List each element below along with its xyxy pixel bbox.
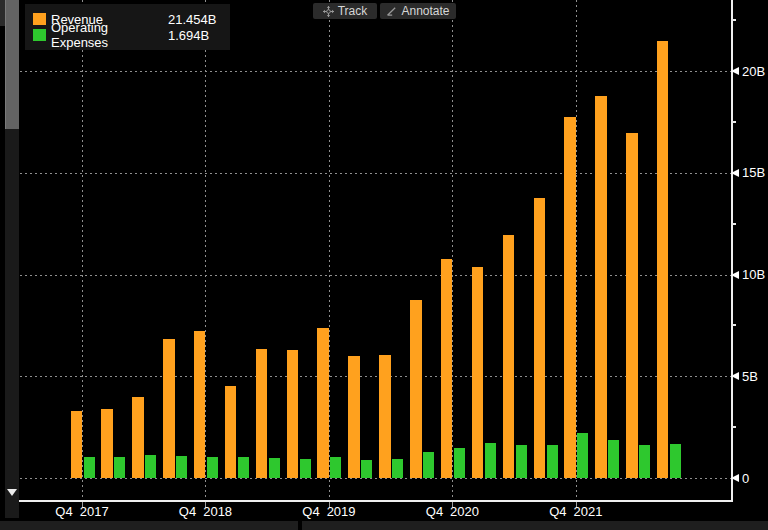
- opex-bar[interactable]: [300, 459, 311, 478]
- revenue-bar[interactable]: [194, 331, 206, 478]
- chart-legend: Revenue 21.454B Operating Expenses 1.694…: [25, 4, 230, 50]
- revenue-bar[interactable]: [503, 235, 515, 478]
- opex-bar[interactable]: [114, 457, 125, 478]
- revenue-bar[interactable]: [225, 386, 237, 478]
- bottom-panel-strip-right: [302, 521, 768, 530]
- revenue-bar[interactable]: [348, 356, 360, 478]
- opex-bar[interactable]: [176, 456, 187, 478]
- y-axis-minor-tick: [731, 121, 736, 123]
- legend-value: 21.454B: [168, 12, 216, 27]
- x-axis-label-part: Q4: [179, 504, 196, 519]
- v-gridline: [576, 0, 577, 500]
- bottom-panel-strip-left: [0, 521, 298, 530]
- y-axis-tick-arrow-icon: [731, 67, 739, 75]
- opex-bar[interactable]: [361, 460, 372, 478]
- y-axis-label: 0: [742, 471, 749, 486]
- opex-bar[interactable]: [207, 457, 218, 478]
- y-axis-tick-arrow-icon: [731, 169, 739, 177]
- opex-bar[interactable]: [330, 457, 341, 478]
- opex-bar[interactable]: [485, 443, 496, 478]
- annotate-angle-icon: [386, 6, 397, 17]
- opex-bar[interactable]: [454, 448, 465, 478]
- opex-bar[interactable]: [145, 455, 156, 478]
- revenue-bar[interactable]: [101, 409, 113, 478]
- h-gridline: [20, 275, 731, 276]
- v-gridline: [82, 0, 83, 500]
- opex-bar[interactable]: [577, 433, 588, 478]
- opex-swatch-icon: [33, 29, 46, 41]
- track-crosshair-icon: [323, 6, 334, 17]
- opex-bar[interactable]: [608, 440, 619, 478]
- revenue-bar[interactable]: [472, 267, 484, 478]
- revenue-bar[interactable]: [626, 133, 638, 478]
- y-axis-label: 20B: [742, 64, 765, 79]
- revenue-bar[interactable]: [317, 328, 329, 478]
- y-axis-tick-arrow-icon: [731, 372, 739, 380]
- x-axis-label: Q42018: [160, 504, 250, 519]
- y-axis-minor-tick: [731, 324, 736, 326]
- opex-bar[interactable]: [670, 444, 681, 478]
- y-axis-label: 5B: [742, 369, 758, 384]
- v-gridline: [205, 0, 206, 500]
- y-axis-tick-arrow-icon: [731, 271, 739, 279]
- x-axis-line: [19, 500, 733, 502]
- h-gridline: [20, 478, 731, 479]
- h-gridline: [20, 376, 731, 377]
- v-gridline: [452, 0, 453, 500]
- y-axis-label: 15B: [742, 165, 765, 180]
- revenue-swatch-icon: [33, 13, 46, 25]
- opex-bar[interactable]: [423, 452, 434, 478]
- x-axis-label: Q42017: [37, 504, 127, 519]
- revenue-bar[interactable]: [71, 411, 83, 478]
- opex-bar[interactable]: [547, 445, 558, 478]
- revenue-bar[interactable]: [256, 349, 268, 478]
- x-axis-label-part: Q4: [549, 504, 566, 519]
- legend-label: Operating Expenses: [51, 20, 168, 50]
- y-axis-tick-arrow-icon: [731, 474, 739, 482]
- track-button[interactable]: Track: [313, 3, 377, 19]
- x-axis-label: Q42021: [531, 504, 621, 519]
- opex-bar[interactable]: [238, 457, 249, 478]
- annotate-button-label: Annotate: [401, 4, 449, 18]
- x-axis-label-part: 2021: [574, 504, 603, 519]
- h-gridline: [20, 71, 731, 72]
- track-button-label: Track: [338, 4, 368, 18]
- opex-bar[interactable]: [392, 459, 403, 478]
- revenue-bar[interactable]: [657, 41, 669, 478]
- y-axis-minor-tick: [731, 19, 736, 21]
- revenue-bar[interactable]: [132, 397, 144, 478]
- h-gridline: [20, 173, 731, 174]
- legend-item-operating-expenses[interactable]: Operating Expenses 1.694B: [33, 27, 230, 43]
- legend-value: 1.694B: [168, 28, 209, 43]
- x-axis-label: Q42020: [407, 504, 497, 519]
- opex-bar[interactable]: [84, 457, 95, 478]
- y-axis-minor-tick: [731, 223, 736, 225]
- revenue-bar[interactable]: [534, 198, 546, 478]
- revenue-bar[interactable]: [163, 339, 175, 478]
- v-gridline: [329, 0, 330, 500]
- opex-bar[interactable]: [516, 445, 527, 478]
- opex-bar[interactable]: [639, 445, 650, 478]
- x-axis-label-part: Q4: [302, 504, 319, 519]
- x-axis-label-part: Q4: [55, 504, 72, 519]
- chart-plot-area[interactable]: 20B15B10B5B0Q42017Q42018Q42019Q42020Q420…: [0, 0, 768, 520]
- x-axis-label-part: 2017: [80, 504, 109, 519]
- revenue-bar[interactable]: [564, 117, 576, 478]
- revenue-bar[interactable]: [441, 259, 453, 478]
- y-axis-minor-tick: [731, 426, 736, 428]
- revenue-bar[interactable]: [410, 300, 422, 478]
- x-axis-label-part: 2020: [450, 504, 479, 519]
- x-axis-label-part: Q4: [426, 504, 443, 519]
- x-axis-label-part: 2018: [203, 504, 232, 519]
- opex-bar[interactable]: [269, 458, 280, 478]
- x-axis-label-part: 2019: [327, 504, 356, 519]
- annotate-button[interactable]: Annotate: [380, 3, 456, 19]
- revenue-bar[interactable]: [287, 350, 299, 478]
- x-axis-label: Q42019: [284, 504, 374, 519]
- y-axis-label: 10B: [742, 267, 765, 282]
- revenue-bar[interactable]: [379, 355, 391, 478]
- revenue-bar[interactable]: [595, 96, 607, 478]
